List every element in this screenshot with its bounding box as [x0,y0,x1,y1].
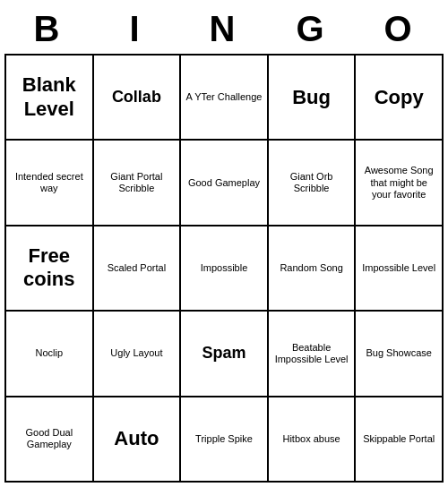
bingo-cell: A YTer Challenge [181,56,269,141]
cell-text: Ugly Layout [110,347,162,359]
bingo-letter: G [268,9,356,49]
cell-text: Auto [114,427,159,450]
bingo-card: BINGO Blank LevelCollabA YTer ChallengeB… [4,4,444,483]
cell-text: Hitbox abuse [282,433,340,445]
cell-text: Blank Level [10,73,89,121]
bingo-cell: Good Gameplay [181,141,269,226]
bingo-letter: O [356,9,444,49]
bingo-cell: Tripple Spike [181,397,269,483]
bingo-cell: Free coins [6,226,94,312]
bingo-cell: Giant Orb Scribble [269,141,357,226]
cell-text: Impossible [201,262,248,274]
bingo-cell: Ugly Layout [94,312,182,397]
bingo-cell: Bug Showcase [356,312,444,397]
cell-text: Spam [202,344,246,363]
bingo-cell: Collab [94,56,182,141]
cell-text: Bug Showcase [366,347,431,359]
bingo-cell: Random Song [269,226,357,312]
bingo-cell: Intended secret way [6,141,94,226]
cell-text: Bug [292,86,331,109]
bingo-cell: Giant Portal Scribble [94,141,182,226]
bingo-cell: Impossible [181,226,269,312]
bingo-cell: Good Dual Gameplay [6,397,94,483]
bingo-cell: Hitbox abuse [269,397,357,483]
cell-text: Scaled Portal [108,262,166,274]
cell-text: A YTer Challenge [186,91,263,103]
cell-text: Beatable Impossible Level [272,342,351,365]
cell-text: Noclip [36,347,64,359]
bingo-cell: Blank Level [6,56,94,141]
bingo-cell: Skippable Portal [356,397,444,483]
bingo-letter: I [92,9,180,49]
bingo-cell: Scaled Portal [94,226,182,312]
cell-text: Giant Orb Scribble [272,171,351,194]
bingo-cell: Impossible Level [356,226,444,312]
cell-text: Good Dual Gameplay [10,427,89,450]
cell-text: Good Gameplay [188,177,260,189]
cell-text: Random Song [280,262,342,274]
bingo-letter: B [4,9,92,49]
cell-text: Tripple Spike [195,433,253,445]
cell-text: Copy [375,86,424,109]
bingo-letter: N [180,9,268,49]
cell-text: Collab [112,88,161,107]
cell-text: Free coins [10,244,89,292]
cell-text: Skippable Portal [363,433,435,445]
bingo-cell: Copy [356,56,444,141]
bingo-header: BINGO [4,4,444,54]
bingo-grid: Blank LevelCollabA YTer ChallengeBugCopy… [4,54,444,483]
bingo-cell: Bug [269,56,357,141]
cell-text: Impossible Level [362,262,435,274]
cell-text: Awesome Song that might be your favorite [359,165,438,201]
bingo-cell: Beatable Impossible Level [269,312,357,397]
bingo-cell: Auto [94,397,182,483]
bingo-cell: Awesome Song that might be your favorite [356,141,444,226]
bingo-cell: Noclip [6,312,94,397]
bingo-cell: Spam [181,312,269,397]
cell-text: Giant Portal Scribble [98,171,177,194]
cell-text: Intended secret way [10,171,89,194]
